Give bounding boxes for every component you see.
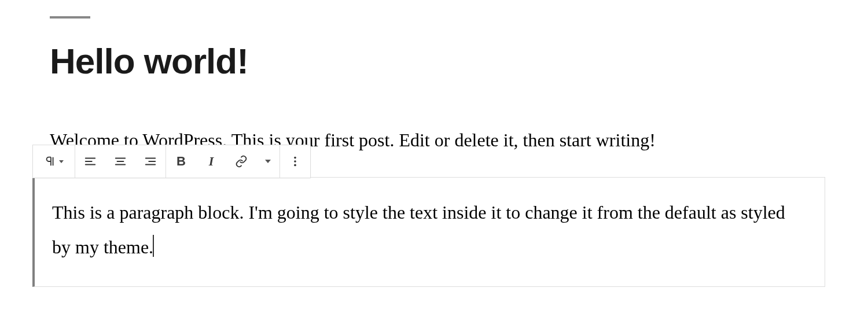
post-title[interactable]: Hello world! — [50, 40, 248, 82]
paragraph-block-content[interactable]: This is a paragraph block. I'm going to … — [52, 202, 785, 257]
more-vertical-icon — [289, 155, 301, 168]
block-toolbar: B I — [32, 145, 311, 178]
caret-down-icon — [265, 160, 271, 163]
change-block-type-button[interactable] — [33, 145, 75, 178]
toolbar-group-format: B I — [166, 145, 280, 178]
toolbar-group-more — [280, 145, 310, 178]
more-options-button[interactable] — [280, 145, 310, 178]
italic-icon: I — [209, 154, 214, 169]
italic-button[interactable]: I — [196, 145, 226, 178]
caret-down-icon — [59, 160, 64, 163]
link-button[interactable] — [226, 145, 256, 178]
toolbar-group-blocktype — [33, 145, 75, 178]
paragraph-block[interactable]: This is a paragraph block. I'm going to … — [32, 177, 825, 287]
text-cursor — [153, 235, 154, 257]
align-right-icon — [144, 155, 157, 168]
align-left-button[interactable] — [75, 145, 105, 178]
svg-point-9 — [294, 157, 296, 159]
align-center-icon — [114, 155, 127, 168]
align-left-icon — [84, 155, 97, 168]
toolbar-group-align — [75, 145, 166, 178]
pilcrow-icon — [44, 155, 57, 168]
align-center-button[interactable] — [105, 145, 135, 178]
bold-icon: B — [176, 154, 186, 169]
svg-point-10 — [294, 160, 296, 163]
bold-button[interactable]: B — [166, 145, 196, 178]
more-rich-text-button[interactable] — [256, 145, 279, 178]
align-right-button[interactable] — [135, 145, 165, 178]
title-divider — [50, 16, 90, 19]
link-icon — [235, 155, 248, 168]
svg-point-11 — [294, 164, 296, 167]
